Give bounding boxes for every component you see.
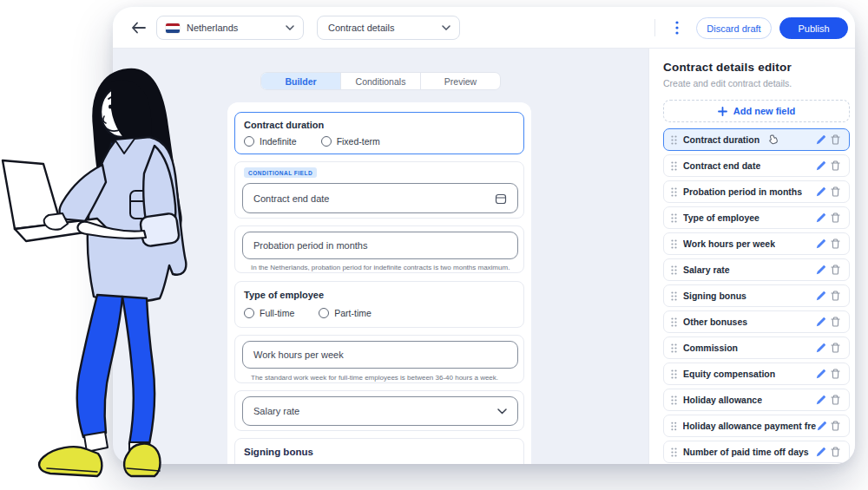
sidebar-title: Contract details editor (663, 61, 848, 74)
edit-field-button[interactable] (814, 317, 828, 327)
trash-icon (831, 343, 840, 353)
delete-field-button[interactable] (828, 134, 842, 145)
field-row[interactable]: Holiday allowance (663, 389, 850, 411)
edit-field-button[interactable] (814, 447, 828, 457)
edit-field-button[interactable] (816, 421, 829, 431)
work-hours-input[interactable]: Work hours per week (242, 341, 518, 369)
back-button[interactable] (128, 18, 149, 37)
field-row[interactable]: Commission (663, 336, 850, 359)
radio-indefinite[interactable] (244, 136, 254, 147)
field-row-label: Holiday allowance (683, 395, 762, 405)
edit-field-button[interactable] (814, 369, 828, 379)
contract-duration-card[interactable]: Contract duration Indefinite Fixed-term (234, 112, 524, 154)
edit-field-button[interactable] (814, 134, 828, 145)
salary-rate-select[interactable]: Salary rate (242, 396, 518, 426)
contract-details-editor-panel: Contract details editor Create and edit … (648, 49, 855, 464)
pencil-icon (816, 238, 826, 249)
field-row[interactable]: Other bonuses (663, 310, 850, 333)
pencil-icon (816, 447, 826, 457)
drag-handle-icon[interactable] (671, 213, 677, 223)
edit-field-button[interactable] (814, 160, 828, 171)
delete-field-button[interactable] (828, 343, 842, 353)
discard-draft-button[interactable]: Discard draft (696, 17, 772, 39)
drag-handle-icon[interactable] (671, 448, 677, 457)
tab-conditionals[interactable]: Conditionals (341, 73, 421, 89)
drag-handle-icon[interactable] (671, 265, 677, 275)
trash-icon (831, 160, 840, 171)
edit-field-button[interactable] (814, 238, 828, 249)
country-select-value: Netherlands (187, 23, 286, 33)
pencil-icon (816, 369, 826, 379)
drag-handle-icon[interactable] (671, 317, 677, 327)
tab-builder[interactable]: Builder (261, 73, 341, 89)
drag-handle-icon[interactable] (671, 395, 677, 405)
pencil-icon (816, 186, 826, 197)
field-row[interactable]: Work hours per week (663, 232, 850, 255)
edit-field-button[interactable] (814, 265, 828, 275)
radio-part-time[interactable] (319, 308, 329, 318)
delete-field-button[interactable] (828, 447, 842, 457)
contract-duration-label: Contract duration (244, 120, 324, 130)
drag-handle-icon[interactable] (671, 369, 677, 379)
country-select[interactable]: Netherlands (156, 16, 304, 40)
signing-bonus-label: Signing bonus (244, 447, 313, 457)
delete-field-button[interactable] (829, 421, 842, 431)
field-row-label: Commission (683, 343, 738, 353)
edit-field-button[interactable] (814, 212, 828, 223)
edit-field-button[interactable] (814, 343, 828, 353)
drag-handle-icon[interactable] (671, 239, 677, 249)
edit-field-button[interactable] (814, 291, 828, 301)
drag-handle-icon[interactable] (671, 135, 677, 145)
drag-handle-icon[interactable] (671, 187, 677, 197)
field-row[interactable]: Type of employee (663, 206, 850, 229)
delete-field-button[interactable] (828, 212, 842, 223)
more-options-button[interactable] (669, 19, 685, 36)
drag-handle-icon[interactable] (671, 343, 677, 353)
field-row[interactable]: Holiday allowance payment fre... (663, 415, 850, 437)
builder-area: Builder Conditionals Preview Contract du… (113, 49, 648, 464)
delete-field-button[interactable] (828, 265, 842, 275)
field-row-label: Type of employee (683, 212, 760, 223)
field-row-label: Probation period in months (683, 186, 802, 197)
tab-preview[interactable]: Preview (421, 73, 500, 89)
field-row[interactable]: Contract end date (663, 154, 850, 177)
field-row[interactable]: Probation period in months (663, 180, 850, 203)
delete-field-button[interactable] (828, 395, 842, 405)
field-row-label: Work hours per week (683, 238, 775, 249)
delete-field-button[interactable] (828, 160, 842, 171)
drag-handle-icon[interactable] (671, 421, 677, 431)
signing-bonus-question: Do you want to include a one-time signin… (244, 462, 445, 464)
drag-handle-icon[interactable] (671, 161, 677, 171)
edit-field-button[interactable] (814, 395, 828, 405)
delete-field-button[interactable] (828, 317, 842, 327)
probation-input[interactable]: Probation period in months (242, 232, 518, 259)
drag-handle-icon[interactable] (671, 291, 677, 301)
field-row[interactable]: Equity compensation (663, 363, 850, 385)
calendar-icon[interactable] (495, 193, 507, 205)
type-of-employee-label: Type of employee (244, 290, 324, 300)
radio-full-time[interactable] (244, 308, 254, 318)
contract-end-date-input[interactable]: Contract end date (242, 183, 518, 213)
delete-field-button[interactable] (828, 238, 842, 249)
field-row-label: Holiday allowance payment fre... (683, 421, 816, 431)
field-row[interactable]: Contract duration (663, 128, 850, 151)
pencil-icon (816, 317, 826, 327)
delete-field-button[interactable] (828, 186, 842, 197)
radio-part-time-label: Part-time (334, 308, 372, 318)
field-row[interactable]: Salary rate (663, 258, 850, 281)
probation-card: Probation period in months In the Nether… (234, 225, 524, 273)
radio-fixed-term[interactable] (321, 136, 332, 147)
delete-field-button[interactable] (828, 369, 842, 379)
edit-field-button[interactable] (814, 186, 828, 197)
template-select[interactable]: Contract details (317, 16, 460, 40)
pencil-icon (816, 134, 826, 145)
delete-field-button[interactable] (828, 291, 842, 301)
field-row[interactable]: Number of paid time off days (663, 441, 850, 463)
sidebar-subtitle: Create and edit contract details. (663, 78, 848, 88)
trash-icon (831, 186, 840, 197)
contract-end-date-value: Contract end date (253, 193, 495, 204)
salary-rate-card: Salary rate (234, 390, 524, 431)
publish-button[interactable]: Publish (779, 17, 848, 39)
add-new-field-button[interactable]: Add new field (663, 100, 850, 122)
field-row[interactable]: Signing bonus (663, 284, 850, 307)
